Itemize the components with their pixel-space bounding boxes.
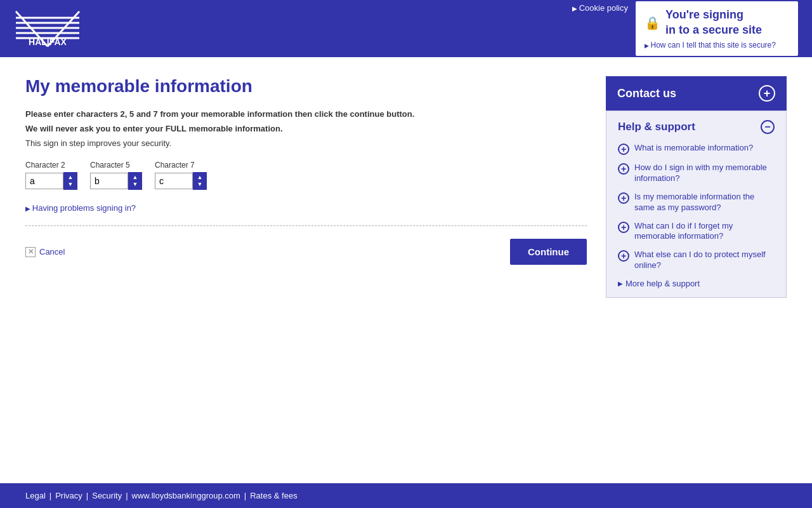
help-item-5: + What else can I do to protect myself o… bbox=[618, 250, 775, 271]
character-3-spinner[interactable]: ▲ ▼ bbox=[193, 172, 207, 190]
instruction-2: We will never ask you to enter your FULL… bbox=[25, 124, 587, 133]
instruction-1: Please enter characters 2, 5 and 7 from … bbox=[25, 109, 587, 119]
footer-link-security[interactable]: Security bbox=[92, 491, 122, 500]
left-content: My memorable information Please enter ch… bbox=[25, 76, 587, 464]
character-3-select[interactable]: cabde bbox=[155, 173, 193, 189]
footer-sep-4: | bbox=[244, 491, 246, 500]
character-group-2: Character 5 bacde ▲ ▼ bbox=[90, 161, 142, 190]
help-item-1-expand[interactable]: + bbox=[618, 144, 629, 155]
contact-us-title: Contact us bbox=[617, 87, 676, 100]
character-2-wrapper: bacde ▲ ▼ bbox=[90, 172, 142, 190]
contact-plus-icon: + bbox=[759, 85, 775, 102]
help-link-5[interactable]: What else can I do to protect myself onl… bbox=[634, 250, 775, 271]
footer-link-lloyds[interactable]: www.lloydsbankinggroup.com bbox=[132, 491, 240, 500]
halifax-logo: HALIFAX bbox=[13, 8, 82, 50]
more-support-link[interactable]: More help & support bbox=[618, 279, 775, 288]
arrow-up-icon-3: ▲ bbox=[197, 175, 203, 180]
footer-sep-1: | bbox=[49, 491, 51, 500]
svg-text:HALIFAX: HALIFAX bbox=[29, 37, 67, 47]
arrow-up-icon-2: ▲ bbox=[133, 175, 138, 180]
lock-icon: 🔒 bbox=[645, 15, 660, 31]
secure-title-text: You're signing in to a secure site bbox=[665, 8, 762, 37]
instruction-3: This sign in step improves your security… bbox=[25, 138, 587, 148]
collapse-help-button[interactable]: − bbox=[761, 120, 775, 134]
page-title: My memorable information bbox=[25, 76, 587, 97]
help-support-box: Help & support − + What is memorable inf… bbox=[606, 110, 787, 298]
arrow-down-icon: ▼ bbox=[68, 182, 74, 187]
secure-title: 🔒 You're signing in to a secure site bbox=[645, 8, 789, 37]
problems-link[interactable]: Having problems signing in? bbox=[25, 203, 136, 213]
arrow-down-icon-3: ▼ bbox=[197, 182, 203, 187]
right-sidebar: Contact us + Help & support − + What is … bbox=[606, 76, 787, 464]
footer-link-privacy[interactable]: Privacy bbox=[55, 491, 82, 500]
actions-row: ✕ Cancel Continue bbox=[25, 239, 587, 265]
character-1-spinner[interactable]: ▲ ▼ bbox=[63, 172, 77, 190]
character-1-select[interactable]: abcde bbox=[25, 173, 63, 189]
cancel-x-icon: ✕ bbox=[25, 247, 36, 257]
arrow-up-icon: ▲ bbox=[68, 175, 74, 180]
header: HALIFAX Cookie policy 🔒 You're signing i… bbox=[0, 0, 812, 57]
footer-link-legal[interactable]: Legal bbox=[25, 491, 46, 500]
help-item-1: + What is memorable information? bbox=[618, 143, 775, 155]
continue-button[interactable]: Continue bbox=[510, 239, 587, 265]
character-group-3: Character 7 cabde ▲ ▼ bbox=[155, 161, 207, 190]
help-item-2-expand[interactable]: + bbox=[618, 163, 629, 175]
footer-sep-2: | bbox=[86, 491, 88, 500]
footer-link-rates[interactable]: Rates & fees bbox=[250, 491, 297, 500]
cancel-label: Cancel bbox=[39, 247, 65, 257]
cancel-button[interactable]: ✕ Cancel bbox=[25, 247, 65, 257]
help-title: Help & support bbox=[618, 121, 695, 133]
divider bbox=[25, 225, 587, 226]
character-2-label: Character 5 bbox=[90, 161, 142, 170]
character-group-1: Character 2 abcde ▲ ▼ bbox=[25, 161, 77, 190]
arrow-down-icon-2: ▼ bbox=[133, 182, 138, 187]
help-item-4-expand[interactable]: + bbox=[618, 222, 629, 233]
main-wrapper: My memorable information Please enter ch… bbox=[0, 57, 812, 483]
header-right: Cookie policy 🔒 You're signing in to a s… bbox=[572, 0, 799, 57]
character-3-wrapper: cabde ▲ ▼ bbox=[155, 172, 207, 190]
contact-us-box[interactable]: Contact us + bbox=[606, 76, 787, 110]
character-1-label: Character 2 bbox=[25, 161, 77, 170]
character-2-spinner[interactable]: ▲ ▼ bbox=[128, 172, 142, 190]
help-link-3[interactable]: Is my memorable information the same as … bbox=[634, 192, 775, 213]
help-link-4[interactable]: What can I do if I forget my memorable i… bbox=[634, 221, 775, 243]
secure-site-link[interactable]: How can I tell that this site is secure? bbox=[645, 41, 789, 50]
character-1-wrapper: abcde ▲ ▼ bbox=[25, 172, 77, 190]
help-link-1[interactable]: What is memorable information? bbox=[634, 143, 753, 154]
character-row: Character 2 abcde ▲ ▼ Character 5 bacde bbox=[25, 161, 587, 190]
cookie-policy-link[interactable]: Cookie policy bbox=[572, 0, 628, 13]
footer: Legal | Privacy | Security | www.lloydsb… bbox=[0, 483, 812, 508]
secure-banner: 🔒 You're signing in to a secure site How… bbox=[634, 0, 799, 57]
logo-area: HALIFAX bbox=[13, 8, 82, 50]
help-link-2[interactable]: How do I sign in with my memorable infor… bbox=[634, 163, 775, 184]
help-header: Help & support − bbox=[618, 120, 775, 134]
character-2-select[interactable]: bacde bbox=[90, 173, 128, 189]
help-item-4: + What can I do if I forget my memorable… bbox=[618, 221, 775, 243]
help-item-3-expand[interactable]: + bbox=[618, 192, 629, 204]
footer-sep-3: | bbox=[126, 491, 128, 500]
help-item-5-expand[interactable]: + bbox=[618, 250, 629, 262]
help-item-2: + How do I sign in with my memorable inf… bbox=[618, 163, 775, 184]
character-3-label: Character 7 bbox=[155, 161, 207, 170]
help-item-3: + Is my memorable information the same a… bbox=[618, 192, 775, 213]
